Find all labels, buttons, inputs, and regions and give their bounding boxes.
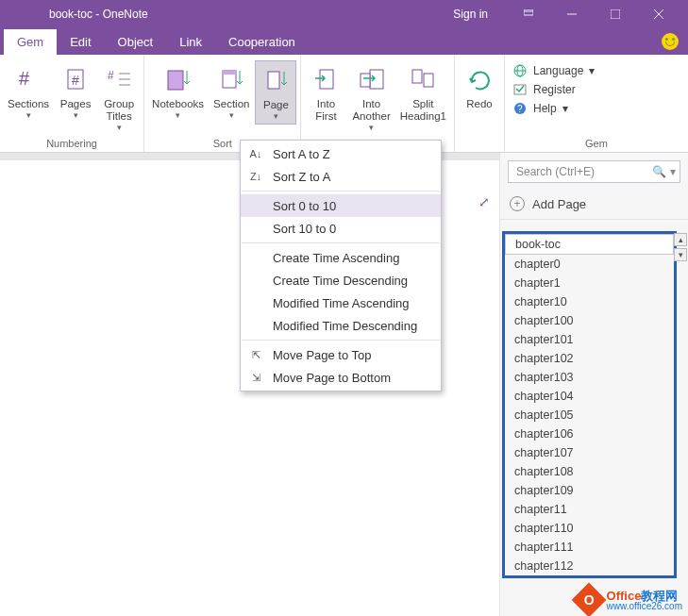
page-sort-menu: A↓Sort A to ZZ↓Sort Z to ASort 0 to 10So… bbox=[240, 140, 442, 391]
help-icon: ? bbox=[512, 101, 528, 116]
tab-object[interactable]: Object bbox=[105, 29, 167, 55]
sort-menu-icon: A↓ bbox=[246, 148, 265, 159]
group-titles-button[interactable]: # Group Titles▾ bbox=[98, 60, 140, 135]
menu-item[interactable]: Modified Time Ascending bbox=[241, 291, 441, 314]
menu-item[interactable]: Sort 10 to 0 bbox=[241, 217, 441, 240]
ribbon-tabs: Gem Edit Object Link Cooperation bbox=[0, 28, 688, 55]
split-icon bbox=[408, 64, 438, 94]
ribbon-group-redo: Redo bbox=[455, 55, 505, 152]
register-button[interactable]: Register bbox=[511, 81, 596, 98]
section-sort-icon bbox=[216, 64, 246, 94]
page-list-item[interactable]: chapter101 bbox=[505, 330, 674, 349]
office-badge-icon: O bbox=[571, 583, 606, 616]
svg-text:?: ? bbox=[517, 104, 523, 114]
search-dropdown-icon[interactable]: ▾ bbox=[670, 165, 676, 178]
hash-icon: # bbox=[13, 64, 43, 94]
svg-rect-0 bbox=[524, 9, 533, 15]
menu-item[interactable]: Sort 0 to 10 bbox=[241, 194, 441, 217]
menu-item[interactable]: Create Time Descending bbox=[241, 269, 441, 291]
menu-item[interactable]: ⇲Move Page to Bottom bbox=[241, 366, 441, 389]
help-button[interactable]: ? Help ▾ bbox=[511, 100, 596, 117]
tab-edit[interactable]: Edit bbox=[57, 29, 104, 55]
page-list-item[interactable]: chapter107 bbox=[505, 443, 674, 462]
sort-menu-icon: Z↓ bbox=[246, 171, 265, 182]
page-list-item[interactable]: chapter100 bbox=[505, 311, 674, 330]
watermark: O Office教程网 www.office26.com bbox=[577, 588, 682, 612]
smiley-icon[interactable] bbox=[662, 33, 679, 50]
page-list: book-tocchapter0chapter1chapter10chapter… bbox=[502, 231, 677, 578]
sort-menu-icon: ⇱ bbox=[246, 349, 265, 361]
page-list-item[interactable]: chapter111 bbox=[505, 538, 674, 557]
page-list-item[interactable]: chapter108 bbox=[505, 462, 674, 481]
split-heading-button[interactable]: Split Heading1 bbox=[396, 60, 450, 125]
menu-item[interactable]: Z↓Sort Z to A bbox=[241, 165, 441, 188]
page-panel: Search (Ctrl+E) 🔍 ▾ + Add Page book-tocc… bbox=[499, 153, 688, 616]
page-list-item[interactable]: chapter105 bbox=[505, 406, 674, 425]
page-list-item[interactable]: chapter110 bbox=[505, 519, 674, 538]
menu-item[interactable]: Create Time Ascending bbox=[241, 246, 441, 269]
svg-text:#: # bbox=[108, 69, 114, 82]
search-icon: 🔍 bbox=[652, 165, 666, 178]
hash-list-icon: # bbox=[104, 64, 134, 94]
scrollbar[interactable]: ▴ ▾ bbox=[673, 233, 688, 261]
page-list-item[interactable]: chapter11 bbox=[505, 500, 674, 519]
page-sort-icon bbox=[260, 65, 291, 95]
svg-text:#: # bbox=[19, 68, 30, 89]
page-list-item[interactable]: chapter112 bbox=[505, 557, 674, 575]
page-list-item[interactable]: chapter103 bbox=[505, 368, 674, 387]
close-button[interactable] bbox=[637, 0, 680, 28]
page-list-item[interactable]: chapter102 bbox=[505, 349, 674, 368]
into-first-button[interactable]: Into First bbox=[305, 60, 346, 125]
ribbon: # Sections▾ # Pages▾ # Group Titles▾ Num… bbox=[0, 55, 688, 153]
ribbon-group-sort: Notebooks▾ Section▾ Page▾ Sort bbox=[144, 55, 301, 152]
ribbon-options-icon[interactable] bbox=[507, 0, 550, 28]
hash-page-icon: # bbox=[60, 64, 91, 94]
expand-panel-icon[interactable]: ⤢ bbox=[478, 194, 490, 209]
scroll-up-icon[interactable]: ▴ bbox=[674, 233, 687, 246]
sort-menu-icon: ⇲ bbox=[246, 372, 265, 384]
svg-rect-17 bbox=[320, 70, 333, 89]
svg-rect-15 bbox=[223, 71, 236, 75]
menu-item[interactable]: Modified Time Descending bbox=[241, 314, 441, 337]
section-sort-button[interactable]: Section▾ bbox=[210, 60, 253, 123]
svg-rect-20 bbox=[412, 70, 422, 83]
maximize-button[interactable] bbox=[594, 0, 637, 28]
page-list-item[interactable]: chapter0 bbox=[505, 255, 674, 274]
ribbon-group-gem: Language ▾ Register ? Help ▾ Gem bbox=[505, 55, 688, 152]
notebooks-sort-button[interactable]: Notebooks▾ bbox=[148, 60, 208, 123]
tab-cooperation[interactable]: Cooperation bbox=[215, 29, 309, 55]
into-another-button[interactable]: Into Another▾ bbox=[348, 60, 394, 135]
minimize-button[interactable] bbox=[550, 0, 594, 28]
add-page-button[interactable]: + Add Page bbox=[500, 189, 688, 220]
svg-text:#: # bbox=[72, 73, 79, 88]
plus-icon: + bbox=[510, 196, 525, 211]
svg-rect-3 bbox=[611, 9, 620, 19]
title-bar: book-toc - OneNote Sign in bbox=[0, 0, 688, 28]
sections-button[interactable]: # Sections▾ bbox=[4, 60, 53, 123]
register-icon bbox=[512, 82, 528, 97]
scroll-down-icon[interactable]: ▾ bbox=[674, 248, 687, 261]
menu-item[interactable]: A↓Sort A to Z bbox=[241, 142, 441, 165]
tab-gem[interactable]: Gem bbox=[4, 29, 57, 55]
page-list-item[interactable]: chapter1 bbox=[505, 274, 674, 292]
globe-icon bbox=[512, 63, 528, 78]
into-another-icon bbox=[357, 64, 387, 94]
sign-in-link[interactable]: Sign in bbox=[453, 8, 488, 21]
page-list-item[interactable]: book-toc bbox=[505, 234, 674, 255]
page-sort-button[interactable]: Page▾ bbox=[255, 60, 296, 125]
redo-button[interactable]: Redo bbox=[459, 60, 500, 112]
svg-rect-21 bbox=[424, 74, 433, 87]
search-input[interactable]: Search (Ctrl+E) 🔍 ▾ bbox=[508, 160, 680, 183]
tab-link[interactable]: Link bbox=[166, 29, 215, 55]
pages-button[interactable]: # Pages▾ bbox=[55, 60, 96, 123]
svg-rect-16 bbox=[268, 72, 279, 89]
page-list-item[interactable]: chapter106 bbox=[505, 425, 674, 443]
language-button[interactable]: Language ▾ bbox=[511, 62, 596, 79]
notebook-sort-icon bbox=[163, 64, 193, 94]
page-list-item[interactable]: chapter104 bbox=[505, 387, 674, 406]
window-title: book-toc - OneNote bbox=[49, 8, 148, 21]
menu-item[interactable]: ⇱Move Page to Top bbox=[241, 343, 441, 366]
page-list-item[interactable]: chapter10 bbox=[505, 292, 674, 311]
into-first-icon bbox=[310, 64, 341, 94]
page-list-item[interactable]: chapter109 bbox=[505, 481, 674, 500]
